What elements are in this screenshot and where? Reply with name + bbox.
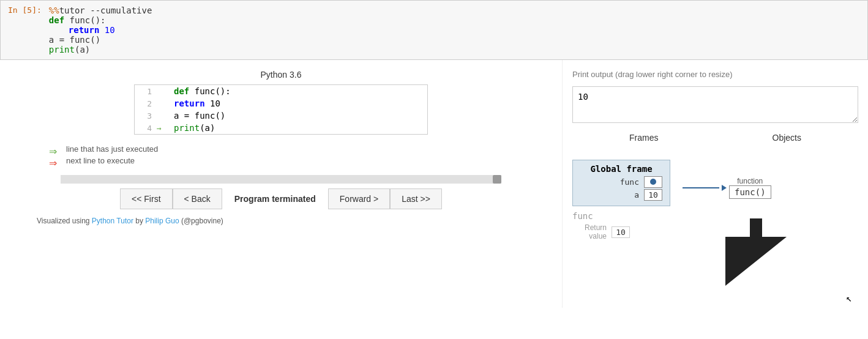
viz-panel: Python 3.6 1 → def func(): 2 → return 10… — [0, 60, 562, 308]
attribution-by: by — [133, 217, 145, 225]
cell-label: In [5]: — [8, 6, 42, 54]
line-code: a = func() — [174, 111, 225, 121]
first-button[interactable]: << First — [120, 188, 172, 209]
status-text: Program terminated — [222, 189, 328, 209]
frames-header: Frames — [617, 130, 670, 145]
code-display: 1 → def func(): 2 → return 10 3 → a = fu… — [134, 84, 428, 135]
line-arrow: → — [157, 111, 169, 121]
last-button[interactable]: Last >> — [390, 188, 442, 209]
function-object: function func() — [729, 177, 771, 199]
code-display-line-4: 4 → print(a) — [135, 122, 427, 134]
print-output-label: Print output (drag lower right corner to… — [572, 70, 858, 79]
line-code: def func(): — [174, 86, 231, 96]
frame-key-func: func — [620, 177, 639, 187]
frame-value-a: 10 — [644, 189, 662, 201]
func-object-box: func() — [729, 185, 771, 199]
big-arrow-svg — [664, 218, 787, 286]
line-arrow: → — [157, 99, 169, 108]
arrow-head — [722, 185, 727, 191]
frame-row-func: func — [580, 176, 662, 188]
code-display-line-3: 3 → a = func() — [135, 110, 427, 122]
back-button[interactable]: < Back — [173, 188, 222, 209]
code-cell: In [5]: %%tutor --cumulative def func():… — [0, 0, 868, 60]
line-arrow-green: → — [157, 124, 169, 133]
green-arrow-icon — [49, 146, 61, 153]
line-number: 2 — [140, 99, 152, 108]
progress-area — [61, 175, 501, 184]
code-line-3: return 10 — [49, 25, 860, 35]
code-line-5: print(a) — [49, 45, 860, 54]
svg-marker-0 — [725, 218, 787, 286]
line-code: return 10 — [174, 99, 220, 108]
arrow-line — [683, 187, 719, 188]
code-line-2: def func(): — [49, 15, 860, 25]
line-number: 3 — [140, 111, 152, 121]
arrow-legend: line that has just executed next line to… — [49, 144, 158, 165]
code-display-line-2: 2 → return 10 — [135, 97, 427, 110]
main-area: Python 3.6 1 → def func(): 2 → return 10… — [0, 60, 868, 308]
objects-header: Objects — [760, 130, 814, 145]
frame-key-a: a — [634, 190, 639, 199]
frames-col: Global frame func a 10 func — [572, 160, 670, 240]
frame-value-func — [644, 176, 662, 188]
legend-red-text: next line to execute — [66, 156, 135, 165]
func-frame-title: func — [572, 211, 670, 221]
return-value: 10 — [612, 226, 630, 238]
code-token: func(): — [64, 15, 105, 25]
code-token: return — [69, 25, 100, 35]
print-output-box[interactable]: 10 — [572, 86, 858, 123]
line-arrow: → — [157, 87, 169, 96]
code-token: %% — [49, 6, 59, 15]
code-token: a = func() — [49, 35, 100, 45]
legend-green: line that has just executed — [49, 144, 158, 154]
func-dot — [650, 179, 656, 185]
frames-objects-wrapper: Global frame func a 10 func — [572, 155, 858, 291]
return-key: Returnvalue — [585, 223, 607, 240]
global-frame: Global frame func a 10 — [572, 160, 670, 206]
python-version: Python 3.6 — [261, 70, 302, 80]
progress-bar-fill — [493, 175, 501, 184]
objects-col: function func() — [683, 160, 787, 286]
nav-buttons: << First < Back Program terminated Forwa… — [120, 188, 442, 209]
code-token: tutor --cumulative — [59, 6, 152, 15]
code-line-4: a = func() — [49, 35, 860, 45]
function-label: function — [737, 177, 763, 185]
progress-bar[interactable] — [61, 175, 501, 184]
line-number: 1 — [140, 87, 152, 96]
code-token: print — [49, 45, 75, 54]
frames-objects-headers: Frames Objects — [572, 130, 858, 145]
return-row: Returnvalue 10 — [585, 223, 670, 240]
cell-code: %%tutor --cumulative def func(): return … — [49, 6, 860, 54]
code-display-line-1: 1 → def func(): — [135, 85, 427, 97]
philip-guo-link[interactable]: Philip Guo — [145, 217, 179, 225]
cursor-icon: ↖ — [846, 292, 852, 304]
attribution: Visualized using Python Tutor by Philip … — [37, 217, 223, 225]
code-line-1: %%tutor --cumulative — [49, 6, 860, 15]
func-arrow-row: function func() — [683, 177, 787, 199]
legend-red: next line to execute — [49, 156, 158, 165]
attribution-text: Visualized using — [37, 217, 92, 225]
forward-button[interactable]: Forward > — [328, 188, 390, 209]
python-tutor-link[interactable]: Python Tutor — [92, 217, 133, 225]
global-frame-title: Global frame — [580, 164, 662, 174]
code-token: 10 — [99, 25, 114, 35]
big-arrow-container — [664, 218, 787, 286]
legend-green-text: line that has just executed — [66, 144, 158, 154]
func-frame: func Returnvalue 10 — [572, 211, 670, 240]
code-token: (a) — [75, 45, 90, 54]
right-panel: Print output (drag lower right corner to… — [562, 60, 868, 308]
red-arrow-icon — [49, 157, 61, 165]
line-code: print(a) — [174, 123, 215, 133]
attribution-handle: (@pgbovine) — [179, 217, 223, 225]
code-token: def — [49, 15, 64, 25]
line-number: 4 — [140, 124, 152, 133]
frame-row-a: a 10 — [580, 189, 662, 201]
